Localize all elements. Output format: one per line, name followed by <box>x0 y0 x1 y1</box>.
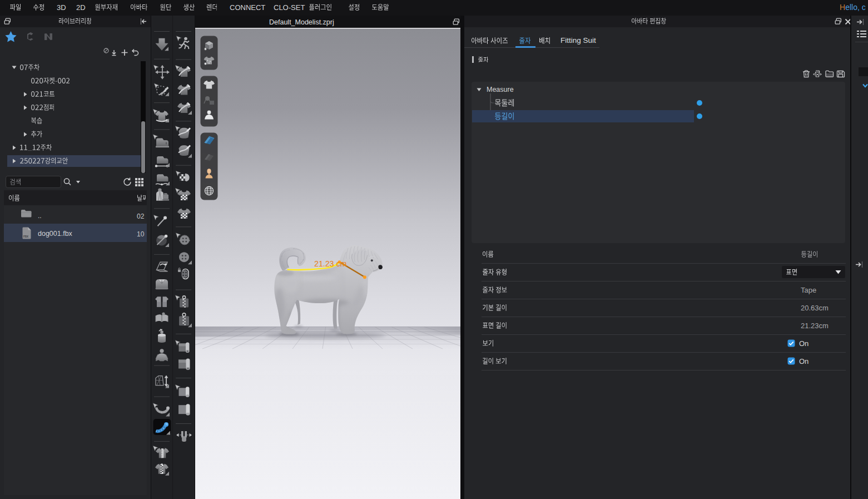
svg-text:21.23 cm: 21.23 cm <box>314 259 346 268</box>
svg-text:FBX: FBX <box>23 235 29 238</box>
